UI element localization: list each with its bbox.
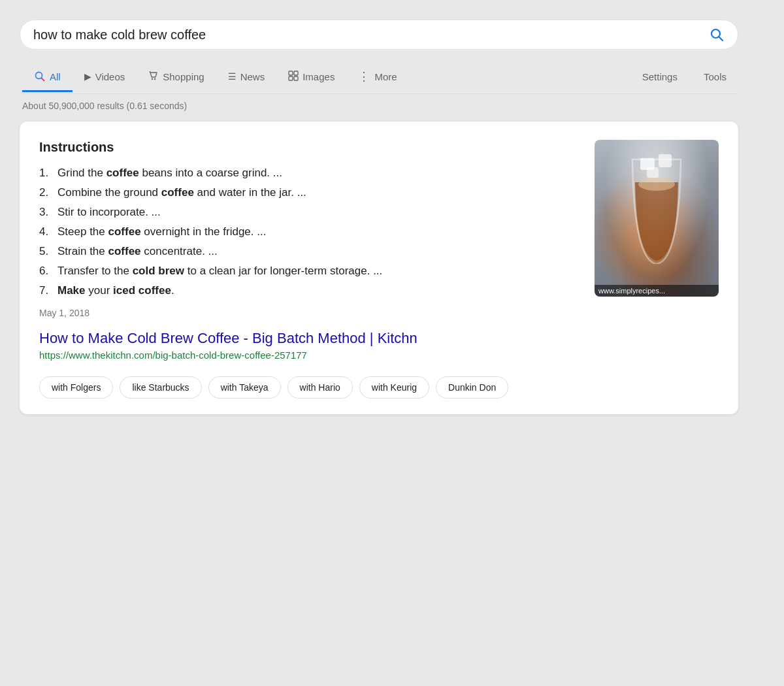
tab-images-label: Images	[302, 71, 335, 82]
snippet-link-title[interactable]: How to Make Cold Brew Coffee - Big Batch…	[39, 330, 579, 347]
chip-hario[interactable]: with Hario	[287, 376, 353, 399]
search-icon	[709, 27, 725, 42]
step-text-7: Make your iced coffee.	[57, 284, 174, 297]
all-icon	[34, 71, 46, 82]
search-bar	[20, 20, 738, 50]
svg-rect-7	[294, 71, 298, 75]
step-text-6: Transfer to the cold brew to a clean jar…	[57, 265, 382, 278]
svg-line-1	[719, 37, 723, 41]
step-num-6: 6.	[39, 265, 54, 278]
tab-shopping-label: Shopping	[163, 71, 204, 82]
tab-settings-label: Settings	[642, 71, 678, 82]
svg-rect-11	[659, 154, 672, 167]
step-7: 7. Make your iced coffee.	[39, 284, 579, 297]
step-text-1: Grind the coffee beans into a coarse gri…	[57, 167, 282, 180]
settings-tools: Settings Tools	[630, 63, 738, 92]
svg-point-4	[152, 78, 153, 79]
tab-more[interactable]: ⋮ More	[346, 61, 408, 93]
search-button[interactable]	[709, 27, 725, 42]
svg-rect-6	[289, 71, 293, 75]
tab-news-label: News	[240, 71, 265, 82]
tab-tools-label: Tools	[704, 71, 727, 82]
news-icon: ☰	[228, 71, 237, 82]
step-num-5: 5.	[39, 245, 54, 258]
snippet-url: https://www.thekitchn.com/big-batch-cold…	[39, 350, 579, 361]
step-num-7: 7.	[39, 284, 54, 297]
snippet-inner: Instructions 1. Grind the coffee beans i…	[39, 140, 719, 374]
tab-all-label: All	[50, 71, 61, 82]
tab-tools[interactable]: Tools	[692, 63, 738, 92]
svg-line-3	[42, 78, 44, 81]
chip-folgers[interactable]: with Folgers	[39, 376, 113, 399]
tab-shopping[interactable]: Shopping	[137, 63, 216, 93]
tab-settings[interactable]: Settings	[630, 63, 689, 92]
step-4: 4. Steep the coffee overnight in the fri…	[39, 225, 579, 238]
tab-more-label: More	[374, 71, 397, 82]
step-1: 1. Grind the coffee beans into a coarse …	[39, 167, 579, 180]
step-text-3: Stir to incorporate. ...	[57, 206, 161, 219]
nav-tabs: All ▶ Videos Shopping ☰ News Images ⋮ Mo…	[20, 61, 738, 94]
shopping-icon	[148, 71, 159, 83]
svg-rect-12	[647, 167, 659, 178]
step-text-2: Combine the ground coffee and water in t…	[57, 186, 306, 199]
more-icon: ⋮	[358, 69, 370, 84]
tab-news[interactable]: ☰ News	[216, 63, 277, 92]
step-text-5: Strain the coffee concentrate. ...	[57, 245, 218, 258]
snippet-image[interactable]: www.simplyrecipes...	[595, 140, 719, 297]
snippet-image-wrap: www.simplyrecipes...	[595, 140, 719, 374]
svg-rect-8	[289, 76, 293, 80]
snippet-date: May 1, 2018	[39, 308, 579, 318]
videos-icon: ▶	[84, 71, 91, 82]
svg-rect-9	[294, 76, 298, 80]
step-num-3: 3.	[39, 206, 54, 219]
chip-dunkin[interactable]: Dunkin Don	[436, 376, 508, 399]
chip-takeya[interactable]: with Takeya	[208, 376, 281, 399]
snippet-image-bg	[595, 140, 719, 297]
tab-videos-label: Videos	[95, 71, 125, 82]
step-num-1: 1.	[39, 167, 54, 180]
snippet-title: Instructions	[39, 140, 579, 155]
chip-keurig[interactable]: with Keurig	[359, 376, 429, 399]
step-2: 2. Combine the ground coffee and water i…	[39, 186, 579, 199]
images-icon	[288, 71, 299, 83]
tab-videos[interactable]: ▶ Videos	[73, 63, 137, 92]
snippet-image-label: www.simplyrecipes...	[595, 285, 719, 297]
tab-all[interactable]: All	[22, 63, 73, 92]
step-6: 6. Transfer to the cold brew to a clean …	[39, 265, 579, 278]
step-num-4: 4.	[39, 225, 54, 238]
search-input[interactable]	[33, 27, 709, 42]
chip-starbucks[interactable]: like Starbucks	[120, 376, 201, 399]
step-num-2: 2.	[39, 186, 54, 199]
snippet-steps: 1. Grind the coffee beans into a coarse …	[39, 167, 579, 297]
results-count: About 50,900,000 results (0.61 seconds)	[20, 101, 764, 111]
svg-point-13	[638, 178, 675, 191]
step-3: 3. Stir to incorporate. ...	[39, 206, 579, 219]
snippet-content: Instructions 1. Grind the coffee beans i…	[39, 140, 579, 374]
svg-point-5	[154, 78, 155, 79]
related-chips: with Folgers like Starbucks with Takeya …	[39, 376, 719, 399]
step-5: 5. Strain the coffee concentrate. ...	[39, 245, 579, 258]
tab-images[interactable]: Images	[276, 63, 346, 93]
step-text-4: Steep the coffee overnight in the fridge…	[57, 225, 266, 238]
snippet-card: Instructions 1. Grind the coffee beans i…	[20, 122, 738, 414]
coffee-glass-svg	[627, 146, 686, 264]
